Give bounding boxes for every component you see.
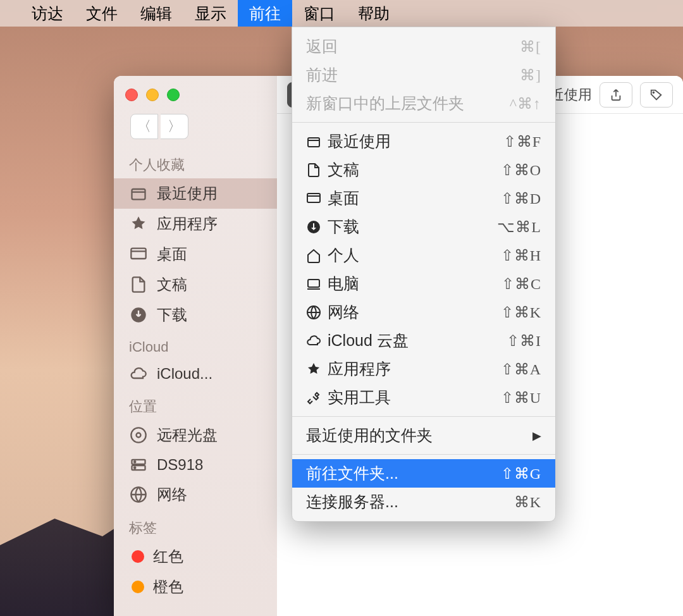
sidebar-item-documents[interactable]: 文稿 bbox=[114, 269, 277, 300]
menu-finder[interactable]: 访达 bbox=[20, 0, 75, 27]
menu-go[interactable]: 前往 bbox=[238, 0, 292, 27]
back-button[interactable]: 〈 bbox=[130, 114, 158, 139]
sidebar-section-locations: 位置 bbox=[114, 388, 277, 420]
svg-point-4 bbox=[137, 433, 141, 438]
submenu-arrow-icon: ▶ bbox=[532, 429, 541, 443]
menu-window[interactable]: 窗口 bbox=[292, 0, 347, 27]
traffic-lights bbox=[125, 89, 180, 101]
home-icon bbox=[306, 248, 328, 263]
utilities-icon bbox=[306, 390, 328, 405]
cloud-icon bbox=[306, 333, 328, 348]
sidebar-item-label: 下载 bbox=[157, 305, 187, 325]
recents-icon bbox=[129, 184, 148, 203]
titlebar bbox=[114, 76, 277, 114]
documents-icon bbox=[306, 163, 328, 178]
menu-separator bbox=[292, 416, 555, 417]
menu-connect-server[interactable]: 连接服务器... ⌘K bbox=[292, 488, 555, 516]
menu-documents[interactable]: 文稿 ⇧⌘O bbox=[292, 156, 555, 184]
tag-dot-icon bbox=[132, 550, 144, 563]
sidebar-item-label: iCloud... bbox=[157, 365, 212, 383]
menu-help[interactable]: 帮助 bbox=[347, 0, 401, 27]
menu-edit[interactable]: 编辑 bbox=[129, 0, 183, 27]
tags-button[interactable] bbox=[640, 82, 673, 108]
menu-recents[interactable]: 最近使用 ⇧⌘F bbox=[292, 127, 555, 156]
sidebar-item-label: 文稿 bbox=[157, 274, 187, 295]
menu-applications[interactable]: 应用程序 ⇧⌘A bbox=[292, 355, 555, 383]
menu-file[interactable]: 文件 bbox=[75, 0, 129, 27]
sidebar-item-label: 最近使用 bbox=[157, 183, 218, 204]
forward-button[interactable]: 〉 bbox=[161, 114, 188, 139]
sidebar-item-label: 橙色 bbox=[153, 577, 183, 597]
watermark-badge: 值 bbox=[582, 587, 605, 610]
menu-go-to-folder[interactable]: 前往文件夹... ⇧⌘G bbox=[292, 459, 555, 488]
sidebar-item-label: 桌面 bbox=[157, 244, 187, 264]
sidebar-item-network[interactable]: 网络 bbox=[114, 479, 277, 510]
tag-dot-icon bbox=[132, 581, 144, 593]
menu-computer[interactable]: 电脑 ⇧⌘C bbox=[292, 269, 555, 298]
sidebar-section-tags: 标签 bbox=[114, 510, 277, 541]
sidebar-item-label: 应用程序 bbox=[157, 214, 218, 234]
sidebar-item-applications[interactable]: 应用程序 bbox=[114, 209, 277, 239]
chevron-right-icon: 〉 bbox=[168, 117, 182, 136]
watermark-text: 什么值得买 bbox=[609, 590, 675, 607]
menu-icloud[interactable]: iCloud 云盘 ⇧⌘I bbox=[292, 326, 555, 355]
watermark: 值 什么值得买 bbox=[582, 587, 675, 610]
menu-utilities[interactable]: 实用工具 ⇧⌘U bbox=[292, 383, 555, 412]
go-menu-dropdown: 返回 ⌘[ 前进 ⌘] 新窗口中的上层文件夹 ^⌘↑ 最近使用 ⇧⌘F 文稿 ⇧… bbox=[292, 27, 556, 522]
sidebar-item-recents[interactable]: 最近使用 bbox=[114, 178, 277, 209]
menu-downloads[interactable]: 下载 ⌥⌘L bbox=[292, 213, 555, 241]
documents-icon bbox=[129, 275, 148, 294]
desktop-icon bbox=[129, 245, 148, 264]
sidebar-item-label: 远程光盘 bbox=[157, 425, 218, 445]
menu-desktop[interactable]: 桌面 ⇧⌘D bbox=[292, 184, 555, 213]
recents-icon bbox=[306, 134, 328, 149]
sidebar-section-favorites: 个人收藏 bbox=[114, 147, 277, 178]
network-icon bbox=[306, 305, 328, 320]
svg-rect-12 bbox=[307, 194, 320, 202]
svg-rect-1 bbox=[131, 249, 145, 259]
menu-back: 返回 ⌘[ bbox=[292, 32, 555, 61]
menu-home[interactable]: 个人 ⇧⌘H bbox=[292, 241, 555, 269]
sidebar-item-tag-red[interactable]: 红色 bbox=[114, 541, 277, 572]
downloads-icon bbox=[306, 219, 328, 235]
menubar: 访达 文件 编辑 显示 前往 窗口 帮助 bbox=[0, 0, 683, 27]
sidebar-item-remote-disc[interactable]: 远程光盘 bbox=[114, 420, 277, 450]
downloads-icon bbox=[129, 305, 148, 324]
menu-separator bbox=[292, 454, 555, 455]
svg-point-3 bbox=[131, 428, 145, 442]
share-button[interactable] bbox=[600, 82, 632, 108]
sidebar-item-ds918[interactable]: DS918 bbox=[114, 450, 277, 479]
desktop-icon bbox=[306, 191, 328, 206]
svg-rect-14 bbox=[308, 280, 319, 287]
menu-network[interactable]: 网络 ⇧⌘K bbox=[292, 298, 555, 326]
disc-icon bbox=[129, 426, 148, 445]
zoom-button[interactable] bbox=[167, 89, 180, 101]
server-icon bbox=[129, 455, 148, 474]
sidebar-item-label: 红色 bbox=[153, 546, 183, 567]
sidebar-item-downloads[interactable]: 下载 bbox=[114, 300, 277, 330]
menu-separator bbox=[292, 122, 555, 123]
sidebar-item-tag-orange[interactable]: 橙色 bbox=[114, 572, 277, 602]
sidebar-item-icloud[interactable]: iCloud... bbox=[114, 359, 277, 388]
sidebar-item-desktop[interactable]: 桌面 bbox=[114, 239, 277, 269]
computer-icon bbox=[306, 276, 328, 292]
svg-rect-11 bbox=[308, 138, 319, 147]
sidebar-item-label: 网络 bbox=[157, 484, 187, 505]
applications-icon bbox=[306, 362, 328, 377]
sidebar: 〈 〉 个人收藏 最近使用 应用程序 桌面 文稿 bbox=[114, 76, 277, 616]
svg-point-10 bbox=[653, 92, 655, 93]
close-button[interactable] bbox=[125, 89, 138, 101]
menu-view[interactable]: 显示 bbox=[183, 0, 238, 27]
menu-enclosing-folder: 新窗口中的上层文件夹 ^⌘↑ bbox=[292, 89, 555, 118]
sidebar-section-icloud: iCloud bbox=[114, 330, 277, 359]
chevron-left-icon: 〈 bbox=[137, 117, 151, 136]
svg-rect-0 bbox=[132, 189, 145, 199]
share-icon bbox=[609, 88, 623, 102]
svg-point-8 bbox=[134, 467, 135, 469]
minimize-button[interactable] bbox=[146, 89, 159, 101]
menu-recent-folders[interactable]: 最近使用的文件夹 ▶ bbox=[292, 421, 555, 450]
network-icon bbox=[129, 485, 148, 504]
cloud-icon bbox=[129, 364, 148, 383]
sidebar-scroll[interactable]: 个人收藏 最近使用 应用程序 桌面 文稿 下载 iCloud bbox=[114, 147, 277, 616]
tag-icon bbox=[649, 88, 663, 102]
